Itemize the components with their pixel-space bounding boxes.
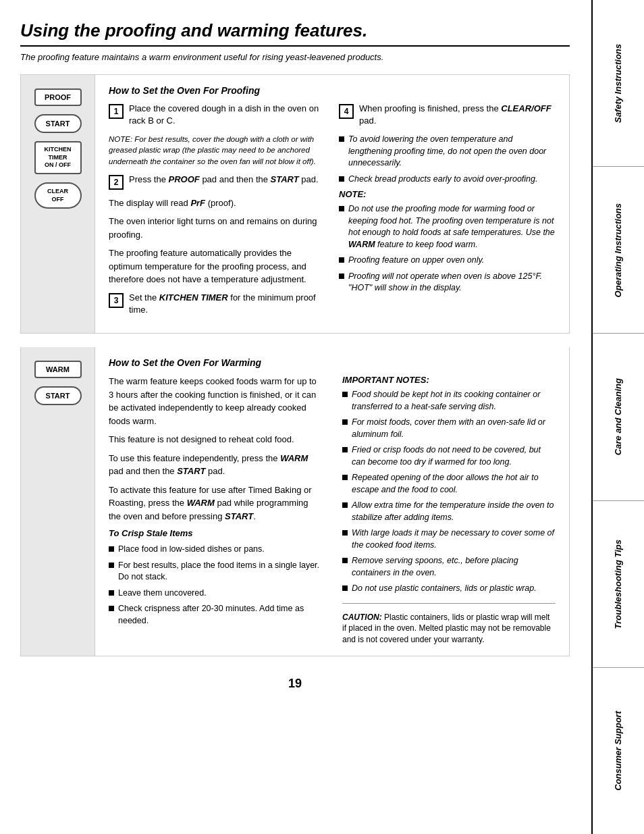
warming-left: The warm feature keeps cooked foods warm… (109, 375, 322, 646)
sidebar-item-safety[interactable]: Safety Instructions (593, 0, 644, 167)
list-item: Food should be kept hot in its cooking c… (342, 389, 556, 413)
list-item: Leave them uncovered. (109, 588, 322, 600)
important-bullets: Food should be kept hot in its cooking c… (342, 389, 556, 595)
list-item: Proofing will not operate when oven is a… (339, 271, 556, 294)
proofing-bullets-right: To avoid lowering the oven temperature a… (339, 134, 556, 185)
list-item: Place food in low-sided dishes or pans. (109, 544, 322, 556)
step4-end: pad. (359, 115, 376, 126)
step2-bold2: START (271, 174, 299, 184)
clear-off-button[interactable]: CLEAR OFF (34, 182, 82, 209)
list-item: Do not use plastic containers, lids or p… (342, 583, 556, 595)
step2-end: pad. (299, 174, 319, 184)
display-prefix: The display will read (109, 198, 190, 208)
warming-content: How to Set the Oven For Warming The warm… (95, 347, 569, 656)
step4-num: 4 (339, 104, 354, 119)
step4-bold: CLEAR/OFF (501, 103, 551, 113)
proofing-left-col: 1 Place the covered dough in a dish in t… (109, 103, 325, 323)
proofing-note-italic: NOTE: For best results, cover the dough … (109, 134, 325, 166)
warming-use-text: To use this feature independently, press… (109, 452, 322, 478)
step2-bold: PROOF (169, 174, 200, 184)
caution-divider (342, 603, 556, 604)
use-bold2: START (177, 466, 205, 476)
sidebar-item-care[interactable]: Care and Cleaning (593, 334, 644, 500)
sidebar-operating-label: Operating Instructions (613, 203, 624, 297)
step4-prefix: When proofing is finished, press the (359, 103, 501, 113)
start-button-warming[interactable]: START (34, 386, 82, 405)
proof-button[interactable]: PROOF (34, 88, 82, 106)
use-prefix: To use this feature independently, press… (109, 453, 280, 463)
warming-intro1: The warm feature keeps cooked foods warm… (109, 375, 322, 427)
step1-num: 1 (109, 104, 124, 119)
page-subtitle: The proofing feature maintains a warm en… (20, 52, 570, 62)
list-item: Proofing feature on upper oven only. (339, 255, 556, 267)
interior-light-text: The oven interior light turns on and rem… (109, 215, 325, 241)
page-number: 19 (20, 670, 570, 704)
proofing-heading: How to Set the Oven For Proofing (109, 85, 556, 96)
sidebar-item-operating[interactable]: Operating Instructions (593, 167, 644, 334)
step3-text: Set the KITCHEN TIMER for the minimum pr… (129, 292, 325, 316)
display-code: PrF (190, 198, 205, 208)
caution-prefix: CAUTION: (342, 613, 384, 622)
crisp-heading: To Crisp Stale Items (109, 528, 322, 538)
proofing-note-bullets: Do not use the proofing mode for warming… (339, 203, 556, 294)
sidebar-care-label: Care and Cleaning (613, 378, 624, 455)
warming-activate-text: To activate this feature for use after T… (109, 484, 322, 523)
proofing-step4-row: 4 When proofing is finished, press the C… (339, 103, 556, 127)
right-sidebar: Safety Instructions Operating Instructio… (591, 0, 644, 834)
list-item: Do not use the proofing mode for warming… (339, 203, 556, 251)
proofing-step3-row: 3 Set the KITCHEN TIMER for the minimum … (109, 292, 325, 316)
page-title: Using the proofing and warming features. (20, 20, 570, 47)
step3-bold: KITCHEN TIMER (159, 292, 228, 303)
use-bold1: WARM (280, 453, 308, 463)
main-content: Using the proofing and warming features.… (0, 0, 590, 725)
important-label: IMPORTANT NOTES: (342, 375, 556, 385)
step3-num: 3 (109, 293, 124, 308)
sidebar-troubleshooting-label: Troubleshooting Tips (613, 540, 624, 629)
sidebar-item-troubleshooting[interactable]: Troubleshooting Tips (593, 501, 644, 668)
list-item: Repeated opening of the door allows the … (342, 472, 556, 496)
step4-text: When proofing is finished, press the CLE… (359, 103, 556, 127)
step2-text: Press the PROOF pad and then the START p… (129, 174, 319, 186)
use-end: pad. (205, 466, 225, 476)
proofing-content: How to Set the Oven For Proofing 1 Place… (95, 75, 569, 333)
list-item: Allow extra time for the temperature ins… (342, 500, 556, 523)
step1-text: Place the covered dough in a dish in the… (129, 103, 325, 127)
activate-bold2: START (225, 511, 253, 521)
proofing-step1-row: 1 Place the covered dough in a dish in t… (109, 103, 325, 127)
step2-num: 2 (109, 175, 124, 190)
list-item: Fried or crisp foods do not need to be c… (342, 444, 556, 468)
list-item: Remove serving spoons, etc., before plac… (342, 555, 556, 579)
list-item: With large loads it may be necessary to … (342, 527, 556, 551)
list-item: Check crispness after 20-30 minutes. Add… (109, 603, 322, 627)
activate-bold1: WARM (187, 498, 215, 508)
proofing-note-label: NOTE: (339, 189, 556, 199)
use-mid: pad and then the (109, 466, 177, 476)
start-button-proofing[interactable]: START (34, 114, 82, 133)
display-text: The display will read PrF (proof). (109, 197, 325, 210)
crisp-bullets: Place food in low-sided dishes or pans.F… (109, 544, 322, 627)
step2-mid: pad and then the (200, 174, 271, 184)
warming-section: WARM START How to Set the Oven For Warmi… (20, 347, 570, 656)
warming-button-panel: WARM START (21, 347, 95, 656)
warm-button[interactable]: WARM (34, 361, 82, 378)
sidebar-safety-label: Safety Instructions (613, 44, 624, 123)
proofing-feature-text: The proofing feature automatically provi… (109, 246, 325, 286)
proofing-section: PROOF START KITCHEN TIMER ON / OFF CLEAR… (20, 74, 570, 334)
kitchen-timer-button[interactable]: KITCHEN TIMER ON / OFF (34, 141, 82, 174)
activate-end: . (253, 511, 256, 521)
caution-text: CAUTION: Plastic containers, lids or pla… (342, 612, 556, 646)
proofing-two-col: 1 Place the covered dough in a dish in t… (109, 103, 556, 323)
list-item: To avoid lowering the oven temperature a… (339, 134, 556, 170)
sidebar-item-consumer[interactable]: Consumer Support (593, 668, 644, 834)
proofing-step2-row: 2 Press the PROOF pad and then the START… (109, 174, 325, 190)
list-item: For best results, place the food items i… (109, 560, 322, 583)
step3-prefix: Set the (129, 292, 159, 303)
list-item: Check bread products early to avoid over… (339, 174, 556, 186)
warming-two-col: The warm feature keeps cooked foods warm… (109, 375, 556, 646)
warming-intro2: This feature is not designed to reheat c… (109, 433, 322, 446)
list-item: For moist foods, cover them with an oven… (342, 417, 556, 440)
warming-right: IMPORTANT NOTES: Food should be kept hot… (342, 375, 556, 646)
proofing-button-panel: PROOF START KITCHEN TIMER ON / OFF CLEAR… (21, 75, 95, 333)
display-suffix: (proof). (205, 198, 236, 208)
step2-prefix: Press the (129, 174, 169, 184)
